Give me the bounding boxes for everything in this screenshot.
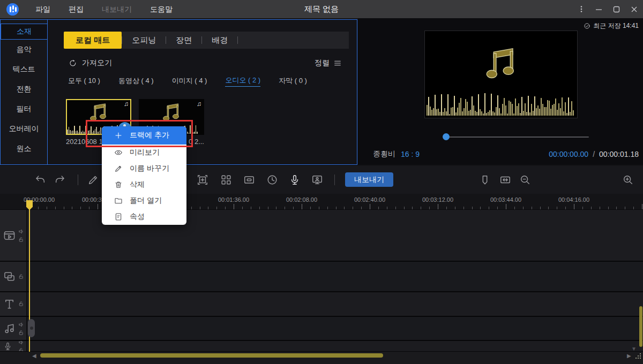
scroll-down-arrow-icon[interactable]: ▼ [631, 346, 637, 352]
close-icon[interactable] [625, 0, 643, 18]
sidebar-item-0[interactable]: 소재 [1, 24, 47, 40]
menubar-item-3[interactable]: 도움말 [141, 0, 182, 18]
zoom-in-icon[interactable] [622, 174, 634, 186]
sidebar-item-1[interactable]: 음악 [1, 40, 47, 59]
fit-timeline-icon[interactable] [499, 174, 511, 186]
track-lane-text[interactable] [27, 292, 643, 316]
sidebar-item-4[interactable]: 필터 [1, 100, 47, 119]
edit-icon[interactable] [87, 174, 99, 186]
ruler-tick [514, 207, 515, 209]
mosaic-icon[interactable] [243, 174, 255, 186]
mute-toggle-icon[interactable] [18, 229, 24, 234]
vertical-scrollbar[interactable] [639, 306, 642, 347]
ruler-tick [472, 207, 473, 209]
ruler-tick [429, 207, 430, 209]
sidebar-item-5[interactable]: 오버레이 [1, 119, 47, 139]
ruler-tick [268, 207, 268, 209]
menubar-item-1[interactable]: 편집 [59, 0, 93, 18]
redo-icon[interactable] [54, 174, 66, 186]
context-menu-item-3[interactable]: 삭제 [102, 177, 186, 193]
ruler-tick [225, 207, 226, 209]
track-lane-overlay[interactable] [27, 262, 643, 291]
track-lane-voiceover[interactable] [27, 341, 643, 351]
more-options-icon[interactable] [572, 0, 590, 18]
marker-icon[interactable] [479, 174, 491, 186]
undo-icon[interactable] [34, 174, 46, 186]
preview-video [424, 31, 578, 118]
ruler-tick [276, 207, 276, 209]
track-scroll-handle[interactable] [28, 319, 35, 337]
ruler-tick [463, 207, 464, 209]
context-menu-item-2[interactable]: 이름 바꾸기 [102, 161, 186, 177]
sidebar-item-3[interactable]: 전환 [1, 80, 47, 99]
scroll-right-arrow-icon[interactable]: ▶ [627, 353, 631, 359]
sidebar-item-2[interactable]: 텍스트 [1, 60, 47, 79]
ruler-tick [574, 204, 574, 209]
seek-slider[interactable] [446, 136, 589, 138]
media-filter-1[interactable]: 동영상 ( 4 ) [118, 76, 154, 86]
voiceover-icon[interactable] [289, 174, 301, 186]
seek-slider-handle[interactable] [443, 133, 450, 140]
screen-record-icon[interactable] [311, 174, 323, 186]
media-filter-0[interactable]: 모두 ( 10 ) [68, 76, 100, 86]
ruler-tick [582, 207, 583, 209]
window-controls [572, 0, 643, 18]
import-button[interactable]: 가져오기 [68, 58, 112, 68]
save-status: 최근 저장 14:41 [584, 21, 639, 31]
playhead-marker[interactable] [26, 200, 33, 210]
scroll-left-arrow-icon[interactable]: ◀ [32, 353, 36, 359]
lock-toggle-icon[interactable] [18, 237, 24, 242]
ruler-label-6: 00:03:12.00 [422, 196, 453, 203]
context-menu-label: 이름 바꾸기 [130, 164, 169, 173]
media-tab-0[interactable]: 로컬 매트 [64, 32, 122, 49]
mute-toggle-icon[interactable] [18, 322, 24, 328]
app-logo-icon [6, 3, 19, 16]
media-filter-3[interactable]: 오디오 ( 2 ) [225, 75, 260, 87]
crop-icon[interactable] [197, 174, 208, 186]
horizontal-scrollbar[interactable] [40, 353, 383, 358]
media-filter-4[interactable]: 자막 ( 0 ) [279, 76, 307, 86]
ruler-tick [310, 207, 311, 209]
media-tab-2[interactable]: 장면 [166, 32, 201, 49]
minimize-icon[interactable] [590, 0, 608, 18]
ruler-label-3: 00:01:36.00 [218, 196, 249, 203]
eye-icon [114, 148, 123, 157]
maximize-icon[interactable] [608, 0, 625, 18]
ruler-label-7: 00:03:44.00 [490, 196, 521, 203]
context-menu-item-1[interactable]: 미리보기 [102, 145, 186, 161]
mute-toggle-icon[interactable] [18, 341, 24, 345]
split-icon[interactable] [220, 174, 232, 186]
media-filter-2[interactable]: 이미지 ( 4 ) [172, 76, 207, 86]
ruler-tick [285, 207, 285, 209]
sidebar-item-6[interactable]: 원소 [1, 139, 47, 158]
toolbar-divider [334, 175, 335, 185]
menubar: 파일편집내보내기도움말 [26, 0, 182, 18]
ruler-tick [412, 207, 413, 209]
context-menu-item-5[interactable]: 속성 [102, 209, 186, 225]
media-tab-1[interactable]: 오피닝 [122, 32, 166, 49]
track-row-voiceover [0, 341, 643, 352]
resize-grip-icon[interactable] [634, 352, 642, 360]
music-note-artwork [161, 102, 182, 121]
ruler-tick [72, 207, 72, 209]
track-header-music [0, 317, 27, 340]
zoom-out-icon[interactable] [519, 174, 531, 186]
ruler-tick [438, 204, 438, 209]
context-menu-item-4[interactable]: 폴더 열기 [102, 193, 186, 209]
ruler-tick [251, 207, 251, 209]
lock-toggle-icon[interactable] [18, 301, 24, 307]
lock-toggle-icon[interactable] [18, 330, 24, 336]
track-row-text [0, 292, 643, 317]
duration-icon[interactable] [266, 174, 278, 186]
timeline-ruler[interactable]: 00:00:00.0000:00:32.0000:01:04.0000:01:3… [0, 194, 643, 210]
track-lane-music[interactable] [27, 317, 643, 340]
context-menu-item-0[interactable]: 트랙에 추가 [102, 126, 186, 145]
time-separator: / [593, 150, 595, 158]
sort-button[interactable]: 정렬 [315, 58, 342, 68]
aspect-ratio-value[interactable]: 16 : 9 [401, 150, 420, 158]
menubar-item-2[interactable]: 내보내기 [93, 0, 141, 18]
media-tab-3[interactable]: 배경 [202, 32, 237, 49]
lock-toggle-icon[interactable] [18, 274, 24, 279]
export-button[interactable]: 내보내기 [345, 172, 393, 187]
menubar-item-0[interactable]: 파일 [26, 0, 59, 18]
